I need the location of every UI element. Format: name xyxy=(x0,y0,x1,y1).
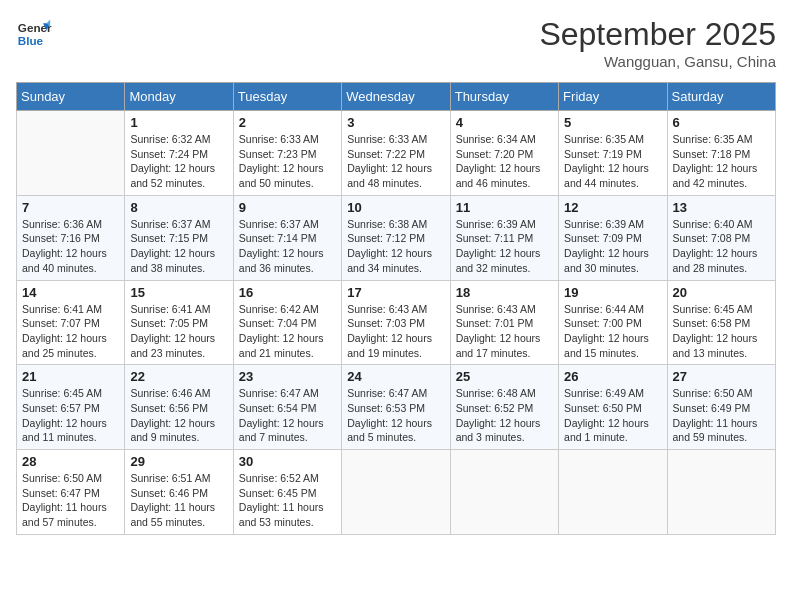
day-number: 7 xyxy=(22,200,119,215)
day-cell xyxy=(667,450,775,535)
day-cell: 12Sunrise: 6:39 AMSunset: 7:09 PMDayligh… xyxy=(559,195,667,280)
weekday-header-tuesday: Tuesday xyxy=(233,83,341,111)
logo-icon: General Blue xyxy=(16,16,52,52)
day-cell: 20Sunrise: 6:45 AMSunset: 6:58 PMDayligh… xyxy=(667,280,775,365)
week-row-5: 28Sunrise: 6:50 AMSunset: 6:47 PMDayligh… xyxy=(17,450,776,535)
day-cell: 19Sunrise: 6:44 AMSunset: 7:00 PMDayligh… xyxy=(559,280,667,365)
day-info: Sunrise: 6:52 AMSunset: 6:45 PMDaylight:… xyxy=(239,471,336,530)
day-cell: 26Sunrise: 6:49 AMSunset: 6:50 PMDayligh… xyxy=(559,365,667,450)
day-cell: 8Sunrise: 6:37 AMSunset: 7:15 PMDaylight… xyxy=(125,195,233,280)
day-info: Sunrise: 6:42 AMSunset: 7:04 PMDaylight:… xyxy=(239,302,336,361)
day-cell: 30Sunrise: 6:52 AMSunset: 6:45 PMDayligh… xyxy=(233,450,341,535)
day-number: 3 xyxy=(347,115,444,130)
logo: General Blue xyxy=(16,16,52,52)
day-number: 28 xyxy=(22,454,119,469)
day-number: 15 xyxy=(130,285,227,300)
day-number: 9 xyxy=(239,200,336,215)
page-header: General Blue September 2025 Wangguan, Ga… xyxy=(16,16,776,70)
week-row-3: 14Sunrise: 6:41 AMSunset: 7:07 PMDayligh… xyxy=(17,280,776,365)
day-number: 18 xyxy=(456,285,553,300)
day-info: Sunrise: 6:43 AMSunset: 7:03 PMDaylight:… xyxy=(347,302,444,361)
day-info: Sunrise: 6:33 AMSunset: 7:22 PMDaylight:… xyxy=(347,132,444,191)
day-number: 24 xyxy=(347,369,444,384)
day-info: Sunrise: 6:34 AMSunset: 7:20 PMDaylight:… xyxy=(456,132,553,191)
day-number: 23 xyxy=(239,369,336,384)
day-cell: 23Sunrise: 6:47 AMSunset: 6:54 PMDayligh… xyxy=(233,365,341,450)
title-block: September 2025 Wangguan, Gansu, China xyxy=(539,16,776,70)
day-cell: 11Sunrise: 6:39 AMSunset: 7:11 PMDayligh… xyxy=(450,195,558,280)
day-cell xyxy=(17,111,125,196)
weekday-header-thursday: Thursday xyxy=(450,83,558,111)
day-cell xyxy=(559,450,667,535)
day-number: 14 xyxy=(22,285,119,300)
day-info: Sunrise: 6:41 AMSunset: 7:07 PMDaylight:… xyxy=(22,302,119,361)
day-info: Sunrise: 6:37 AMSunset: 7:14 PMDaylight:… xyxy=(239,217,336,276)
day-info: Sunrise: 6:49 AMSunset: 6:50 PMDaylight:… xyxy=(564,386,661,445)
month-year-title: September 2025 xyxy=(539,16,776,53)
week-row-1: 1Sunrise: 6:32 AMSunset: 7:24 PMDaylight… xyxy=(17,111,776,196)
day-info: Sunrise: 6:48 AMSunset: 6:52 PMDaylight:… xyxy=(456,386,553,445)
day-number: 17 xyxy=(347,285,444,300)
day-cell: 21Sunrise: 6:45 AMSunset: 6:57 PMDayligh… xyxy=(17,365,125,450)
day-info: Sunrise: 6:46 AMSunset: 6:56 PMDaylight:… xyxy=(130,386,227,445)
day-cell: 16Sunrise: 6:42 AMSunset: 7:04 PMDayligh… xyxy=(233,280,341,365)
weekday-header-saturday: Saturday xyxy=(667,83,775,111)
day-number: 27 xyxy=(673,369,770,384)
svg-text:Blue: Blue xyxy=(18,34,44,47)
day-number: 13 xyxy=(673,200,770,215)
day-cell: 24Sunrise: 6:47 AMSunset: 6:53 PMDayligh… xyxy=(342,365,450,450)
day-cell: 25Sunrise: 6:48 AMSunset: 6:52 PMDayligh… xyxy=(450,365,558,450)
day-number: 2 xyxy=(239,115,336,130)
calendar-table: SundayMondayTuesdayWednesdayThursdayFrid… xyxy=(16,82,776,535)
day-cell: 29Sunrise: 6:51 AMSunset: 6:46 PMDayligh… xyxy=(125,450,233,535)
day-number: 6 xyxy=(673,115,770,130)
location-subtitle: Wangguan, Gansu, China xyxy=(539,53,776,70)
day-info: Sunrise: 6:35 AMSunset: 7:18 PMDaylight:… xyxy=(673,132,770,191)
day-cell: 7Sunrise: 6:36 AMSunset: 7:16 PMDaylight… xyxy=(17,195,125,280)
day-number: 19 xyxy=(564,285,661,300)
day-number: 5 xyxy=(564,115,661,130)
day-info: Sunrise: 6:47 AMSunset: 6:53 PMDaylight:… xyxy=(347,386,444,445)
day-info: Sunrise: 6:50 AMSunset: 6:47 PMDaylight:… xyxy=(22,471,119,530)
day-number: 1 xyxy=(130,115,227,130)
day-info: Sunrise: 6:45 AMSunset: 6:58 PMDaylight:… xyxy=(673,302,770,361)
day-number: 11 xyxy=(456,200,553,215)
day-cell: 6Sunrise: 6:35 AMSunset: 7:18 PMDaylight… xyxy=(667,111,775,196)
day-cell xyxy=(342,450,450,535)
weekday-header-row: SundayMondayTuesdayWednesdayThursdayFrid… xyxy=(17,83,776,111)
day-cell: 13Sunrise: 6:40 AMSunset: 7:08 PMDayligh… xyxy=(667,195,775,280)
day-info: Sunrise: 6:40 AMSunset: 7:08 PMDaylight:… xyxy=(673,217,770,276)
day-number: 30 xyxy=(239,454,336,469)
day-number: 20 xyxy=(673,285,770,300)
weekday-header-wednesday: Wednesday xyxy=(342,83,450,111)
day-number: 25 xyxy=(456,369,553,384)
day-info: Sunrise: 6:43 AMSunset: 7:01 PMDaylight:… xyxy=(456,302,553,361)
day-number: 29 xyxy=(130,454,227,469)
day-info: Sunrise: 6:45 AMSunset: 6:57 PMDaylight:… xyxy=(22,386,119,445)
day-info: Sunrise: 6:39 AMSunset: 7:11 PMDaylight:… xyxy=(456,217,553,276)
day-cell: 9Sunrise: 6:37 AMSunset: 7:14 PMDaylight… xyxy=(233,195,341,280)
day-info: Sunrise: 6:35 AMSunset: 7:19 PMDaylight:… xyxy=(564,132,661,191)
weekday-header-friday: Friday xyxy=(559,83,667,111)
day-number: 4 xyxy=(456,115,553,130)
week-row-2: 7Sunrise: 6:36 AMSunset: 7:16 PMDaylight… xyxy=(17,195,776,280)
day-cell: 4Sunrise: 6:34 AMSunset: 7:20 PMDaylight… xyxy=(450,111,558,196)
weekday-header-sunday: Sunday xyxy=(17,83,125,111)
day-cell: 28Sunrise: 6:50 AMSunset: 6:47 PMDayligh… xyxy=(17,450,125,535)
day-cell: 15Sunrise: 6:41 AMSunset: 7:05 PMDayligh… xyxy=(125,280,233,365)
day-cell: 14Sunrise: 6:41 AMSunset: 7:07 PMDayligh… xyxy=(17,280,125,365)
day-info: Sunrise: 6:36 AMSunset: 7:16 PMDaylight:… xyxy=(22,217,119,276)
week-row-4: 21Sunrise: 6:45 AMSunset: 6:57 PMDayligh… xyxy=(17,365,776,450)
day-info: Sunrise: 6:37 AMSunset: 7:15 PMDaylight:… xyxy=(130,217,227,276)
day-cell: 3Sunrise: 6:33 AMSunset: 7:22 PMDaylight… xyxy=(342,111,450,196)
day-number: 22 xyxy=(130,369,227,384)
day-cell: 1Sunrise: 6:32 AMSunset: 7:24 PMDaylight… xyxy=(125,111,233,196)
day-info: Sunrise: 6:32 AMSunset: 7:24 PMDaylight:… xyxy=(130,132,227,191)
day-number: 21 xyxy=(22,369,119,384)
day-info: Sunrise: 6:51 AMSunset: 6:46 PMDaylight:… xyxy=(130,471,227,530)
day-info: Sunrise: 6:50 AMSunset: 6:49 PMDaylight:… xyxy=(673,386,770,445)
day-number: 8 xyxy=(130,200,227,215)
day-number: 12 xyxy=(564,200,661,215)
day-number: 26 xyxy=(564,369,661,384)
day-cell: 17Sunrise: 6:43 AMSunset: 7:03 PMDayligh… xyxy=(342,280,450,365)
